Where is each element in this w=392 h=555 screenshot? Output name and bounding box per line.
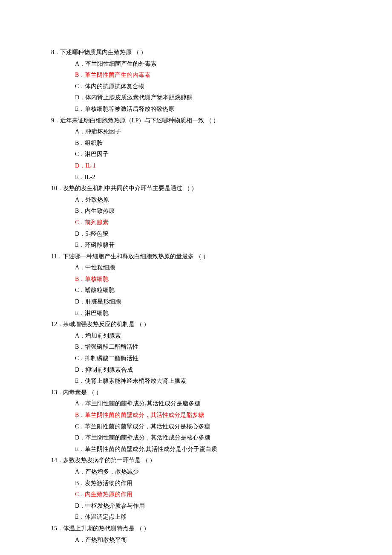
option-text: 革兰阳性细菌产生的外毒素	[85, 61, 157, 67]
option-text: 内生致热原	[85, 208, 115, 214]
option: B．组织胺	[75, 138, 341, 149]
options-list: A．革兰阳性细菌产生的外毒素B．革兰阴性菌产生的内毒素C．体内的抗原抗体复合物D…	[51, 58, 341, 115]
option-label: B．	[75, 344, 85, 350]
option-label: A．	[75, 537, 85, 543]
option-label: D．	[75, 503, 85, 509]
question: 10．发热的发生机制中共同的中介环节主要是通过 （ ）A．外致热原B．内生致热原…	[51, 183, 341, 251]
options-list: A．肿瘤坏死因子B．组织胺C．淋巴因子D．IL-1E．IL-2	[51, 126, 341, 183]
question-number: 15．	[51, 525, 63, 532]
option-label: C．	[75, 83, 85, 90]
option-label: A．	[75, 128, 85, 135]
question: 8．下述哪种物质属内生致热原 （ ）A．革兰阳性细菌产生的外毒素B．革兰阴性菌产…	[51, 47, 341, 115]
option-text: 产热增多，散热减少	[85, 468, 139, 475]
option-label: E．	[75, 378, 85, 384]
option-label: E．	[75, 310, 85, 316]
option-label: E．	[75, 174, 85, 180]
question-text: 茶碱增强发热反应的机制是 （ ）	[63, 321, 150, 327]
option: C．前列腺素	[75, 217, 341, 228]
option: A．增加前列腺素	[75, 330, 341, 342]
option-label: E．	[75, 106, 85, 112]
option-text: 中枢发热介质参与作用	[85, 503, 145, 509]
option-label: B．	[75, 276, 85, 282]
option: D．5-羟色胺	[75, 228, 341, 240]
question-number: 13．	[51, 389, 63, 396]
question-stem: 14．多数发热发病学的第一环节是 （ ）	[51, 455, 341, 466]
option-text: 内生致热原的作用	[85, 491, 133, 497]
option-label: C．	[75, 219, 85, 225]
question-stem: 12．茶碱增强发热反应的机制是 （ ）	[51, 319, 341, 330]
option-text: 体内肾上腺皮质激素代谢产物本胆烷醇酮	[85, 94, 193, 101]
option-label: A．	[75, 332, 85, 339]
option-text: 单核细胞等被激活后释放的致热原	[85, 106, 174, 112]
option: C．内生致热原的作用	[75, 489, 341, 500]
question-text: 下述哪种物质属内生致热原 （ ）	[60, 49, 147, 55]
option: B．发热激活物的作用	[75, 478, 341, 489]
option: E．单核细胞等被激活后释放的致热原	[75, 104, 341, 115]
option-label: D．	[75, 94, 85, 101]
option-text: 革兰阳性菌的菌壁成分，其活性成分是核心多糖	[85, 423, 210, 430]
question-text: 近年来证明白细胞致热原（LP）与下述哪种物质相一致 （ ）	[60, 117, 219, 124]
option: C．淋巴因子	[75, 149, 341, 160]
option: D．抑制前列腺素合成	[75, 364, 341, 376]
option: B．革兰阴性菌的菌壁成分，其活性成分是脂多糖	[75, 410, 341, 421]
option-label: B．	[75, 72, 85, 78]
option: C．嗜酸粒细胞	[75, 285, 341, 296]
option-text: 肝脏星形细胞	[85, 298, 121, 305]
option-label: D．	[75, 231, 85, 237]
option-text: 革兰阴性菌产生的内毒素	[85, 72, 150, 78]
option-text: 肿瘤坏死因子	[85, 128, 121, 135]
options-list: A．中性粒细胞B．单核细胞C．嗜酸粒细胞D．肝脏星形细胞E．淋巴细胞	[51, 262, 341, 319]
option: E．体温调定点上移	[75, 512, 341, 523]
question: 15．体温上升期的热代谢特点是 （ ）A．产热和散热平衡	[51, 523, 341, 546]
option-label: C．	[75, 355, 85, 361]
question-number: 8．	[51, 49, 60, 55]
question: 9．近年来证明白细胞致热原（LP）与下述哪种物质相一致 （ ）A．肿瘤坏死因子B…	[51, 115, 341, 183]
option-text: 革兰阴性菌的菌壁成分，其活性成分是脂多糖	[85, 412, 204, 418]
question-number: 11．	[51, 253, 63, 260]
option: A．外致热原	[75, 194, 341, 206]
options-list: A．增加前列腺素B．增强磷酸二酯酶活性C．抑制磷酸二酯酶活性D．抑制前列腺素合成…	[51, 330, 341, 387]
option-text: 淋巴因子	[85, 151, 109, 157]
option-label: B．	[75, 480, 85, 486]
option-label: D．	[75, 434, 85, 441]
option-text: 抑制磷酸二酯酶活性	[85, 355, 138, 361]
option-label: C．	[75, 491, 85, 497]
option-label: A．	[75, 468, 85, 475]
option-label: A．	[75, 400, 85, 407]
option: C．体内的抗原抗体复合物	[75, 81, 341, 92]
question-number: 9．	[51, 117, 60, 124]
question-stem: 11．下述哪一种细胞产生和释放白细胞致热原的量最多 （ ）	[51, 251, 341, 263]
question: 11．下述哪一种细胞产生和释放白细胞致热原的量最多 （ ）A．中性粒细胞B．单核…	[51, 251, 341, 319]
option: D．革兰阴性菌的菌壁成分，其活性成分是核心多糖	[75, 432, 341, 444]
option-label: D．	[75, 162, 85, 169]
option-text: IL-2	[85, 174, 95, 180]
option: B．单核细胞	[75, 274, 341, 285]
option-label: A．	[75, 61, 85, 67]
option-text: 革兰阳性菌的菌壁成分,其活性成分是脂多糖	[85, 400, 200, 407]
option: B．增强磷酸二酯酶活性	[75, 341, 341, 353]
option: C．抑制磷酸二酯酶活性	[75, 353, 341, 364]
option-text: 中性粒细胞	[85, 264, 115, 271]
question: 13．内毒素是 （ ）A．革兰阳性菌的菌壁成分,其活性成分是脂多糖B．革兰阴性菌…	[51, 387, 341, 455]
option-text: 嗜酸粒细胞	[85, 287, 115, 293]
option-text: 增加前列腺素	[85, 332, 121, 339]
option: E．IL-2	[75, 172, 341, 183]
option: A．革兰阳性菌的菌壁成分,其活性成分是脂多糖	[75, 398, 341, 410]
option-text: 增强磷酸二酯酶活性	[85, 344, 138, 350]
question-text: 多数发热发病学的第一环节是 （ ）	[63, 457, 156, 463]
options-list: A．革兰阳性菌的菌壁成分,其活性成分是脂多糖B．革兰阴性菌的菌壁成分，其活性成分…	[51, 398, 341, 455]
option: E．使肾上腺素能神经末梢释放去肾上腺素	[75, 376, 341, 387]
option-text: 革兰阴性菌的菌壁成分，其活性成分是核心多糖	[85, 434, 210, 441]
question-text: 内毒素是 （ ）	[63, 389, 102, 396]
document-content: 8．下述哪种物质属内生致热原 （ ）A．革兰阳性细菌产生的外毒素B．革兰阴性菌产…	[51, 47, 341, 546]
option-label: E．	[75, 242, 85, 248]
option-label: E．	[75, 514, 85, 520]
options-list: A．产热和散热平衡	[51, 535, 341, 546]
option: D．中枢发热介质参与作用	[75, 500, 341, 512]
option-text: 外致热原	[85, 197, 109, 203]
option: E．革兰阴性菌的菌壁成分,其活性成分是小分子蛋白质	[75, 444, 341, 455]
option-label: E．	[75, 446, 85, 452]
question-stem: 13．内毒素是 （ ）	[51, 387, 341, 399]
option-text: 抑制前列腺素合成	[85, 367, 133, 373]
option: A．产热和散热平衡	[75, 535, 341, 546]
